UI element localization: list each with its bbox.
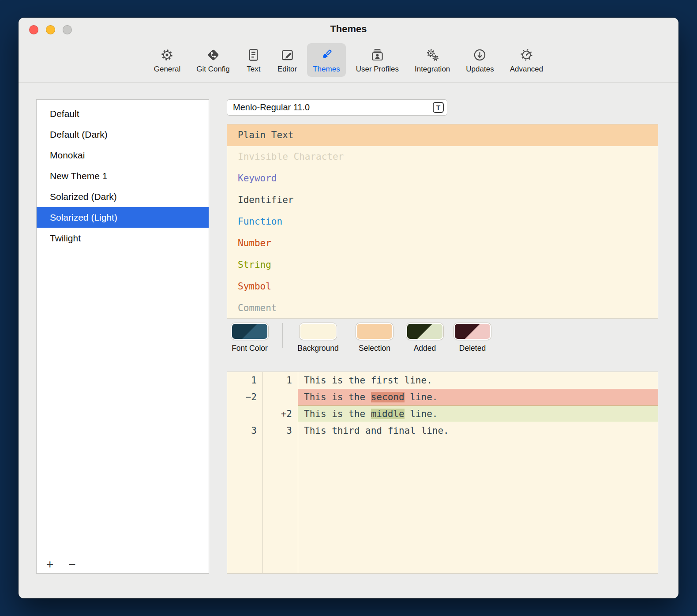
diff-line-text: This is the second line. [298, 389, 658, 406]
swatch-label: Added [414, 344, 436, 353]
swatch-group-added: Added [405, 323, 444, 353]
traffic-lights [29, 25, 72, 34]
list-actions: + − [46, 558, 76, 571]
swatch-label: Font Color [232, 344, 268, 353]
tab-label: Advanced [510, 65, 543, 74]
swatch-label: Deleted [459, 344, 486, 353]
tab-label: Integration [415, 65, 450, 74]
theme-item-monokai[interactable]: Monokai [37, 145, 209, 165]
style-row-plain-text[interactable]: Plain Text [227, 124, 658, 146]
style-row-invisible-character[interactable]: Invisible Character [227, 146, 658, 168]
paintbrush-icon [319, 47, 334, 62]
diff-preview: 1 1 This is the first line. −2 This is t… [227, 372, 658, 574]
selection-swatch[interactable] [356, 323, 393, 340]
style-row-string[interactable]: String [227, 254, 658, 276]
font-field[interactable]: Menlo-Regular 11.0 T [227, 99, 447, 116]
style-row-keyword[interactable]: Keyword [227, 168, 658, 189]
style-preview: Plain Text Invisible Character Keyword I… [227, 124, 658, 319]
font-picker-button[interactable]: T [433, 102, 444, 113]
style-row-symbol[interactable]: Symbol [227, 276, 658, 297]
swatch-divider [282, 323, 283, 348]
swatch-group-selection: Selection [352, 323, 397, 353]
tab-label: User Profiles [356, 65, 399, 74]
tab-themes[interactable]: Themes [307, 43, 345, 77]
old-line-number: 3 [227, 422, 262, 439]
added-word-highlight: middle [371, 409, 405, 419]
tab-advanced[interactable]: Advanced [504, 43, 549, 77]
diff-line-text: This is the middle line. [298, 406, 658, 422]
diff-line-normal: 3 3 This third and final line. [227, 422, 658, 439]
theme-item-solarized-dark[interactable]: Solarized (Dark) [37, 186, 209, 207]
edit-pencil-icon [280, 47, 295, 62]
git-icon [206, 47, 221, 62]
diff-line-text: This third and final line. [298, 422, 658, 439]
style-row-identifier[interactable]: Identifier [227, 189, 658, 211]
diff-line-deleted: −2 This is the second line. [227, 389, 658, 406]
added-swatch[interactable] [406, 323, 443, 340]
swatch-group-deleted: Deleted [452, 323, 493, 353]
tab-integration[interactable]: Integration [409, 43, 456, 77]
tab-text[interactable]: Text [240, 43, 267, 77]
advanced-dial-icon [519, 47, 534, 62]
theme-item-solarized-light[interactable]: Solarized (Light) [37, 207, 209, 228]
add-theme-button[interactable]: + [46, 558, 53, 571]
gear-icon [160, 47, 175, 62]
swatch-label: Background [297, 344, 338, 353]
font-color-swatch[interactable] [231, 323, 268, 340]
remove-theme-button[interactable]: − [68, 558, 75, 571]
download-circle-icon [472, 47, 487, 62]
zoom-button[interactable] [63, 25, 72, 34]
theme-item-twilight[interactable]: Twilight [37, 228, 209, 248]
themes-pane: Default Default (Dark) Monokai New Theme… [19, 83, 678, 598]
minimize-button[interactable] [46, 25, 55, 34]
old-line-number [227, 406, 262, 422]
style-row-comment[interactable]: Comment [227, 297, 658, 319]
titlebar: Themes [19, 18, 678, 41]
preferences-window: Themes General Git C [19, 18, 678, 598]
style-row-function[interactable]: Function [227, 211, 658, 233]
diff-line-normal: 1 1 This is the first line. [227, 372, 658, 389]
tab-general[interactable]: General [148, 43, 186, 77]
window-title: Themes [330, 23, 367, 35]
swatch-group-background: Background [292, 323, 344, 353]
new-line-number [262, 389, 298, 406]
font-value: Menlo-Regular 11.0 [233, 102, 310, 113]
theme-item-default[interactable]: Default [37, 103, 209, 124]
theme-item-new-theme-1[interactable]: New Theme 1 [37, 165, 209, 186]
tab-label: Git Config [196, 65, 230, 74]
close-button[interactable] [29, 25, 38, 34]
style-row-number[interactable]: Number [227, 233, 658, 254]
old-line-number: 1 [227, 372, 262, 389]
gutter-divider [262, 372, 263, 573]
diff-line-text: This is the first line. [298, 372, 658, 389]
swatch-group-font-color: Font Color [227, 323, 273, 353]
tab-label: Text [247, 65, 260, 74]
diff-line-added: +2 This is the middle line. [227, 406, 658, 422]
tab-label: General [154, 65, 180, 74]
tab-label: Themes [313, 65, 340, 74]
color-swatches: Font Color Background Selection Added [227, 323, 658, 353]
deleted-swatch[interactable] [454, 323, 491, 340]
deleted-word-highlight: second [371, 392, 405, 402]
tab-label: Updates [466, 65, 494, 74]
text-document-icon [246, 47, 261, 62]
tab-git-config[interactable]: Git Config [191, 43, 236, 77]
preferences-toolbar: General Git Config [19, 41, 678, 83]
tab-label: Editor [277, 65, 297, 74]
theme-editor: Menlo-Regular 11.0 T Plain Text Invisibl… [227, 99, 658, 574]
swatch-label: Selection [359, 344, 390, 353]
gears-icon [425, 47, 440, 62]
tab-editor[interactable]: Editor [272, 43, 303, 77]
new-line-number: 1 [262, 372, 298, 389]
theme-list: Default Default (Dark) Monokai New Theme… [36, 99, 209, 574]
tab-updates[interactable]: Updates [460, 43, 499, 77]
tab-user-profiles[interactable]: User Profiles [350, 43, 405, 77]
gutter-divider [298, 372, 298, 573]
background-swatch[interactable] [300, 323, 337, 340]
new-line-number: 3 [262, 422, 298, 439]
old-line-number: −2 [227, 389, 262, 406]
new-line-number: +2 [262, 406, 298, 422]
theme-item-default-dark[interactable]: Default (Dark) [37, 124, 209, 145]
user-card-icon [370, 47, 385, 62]
